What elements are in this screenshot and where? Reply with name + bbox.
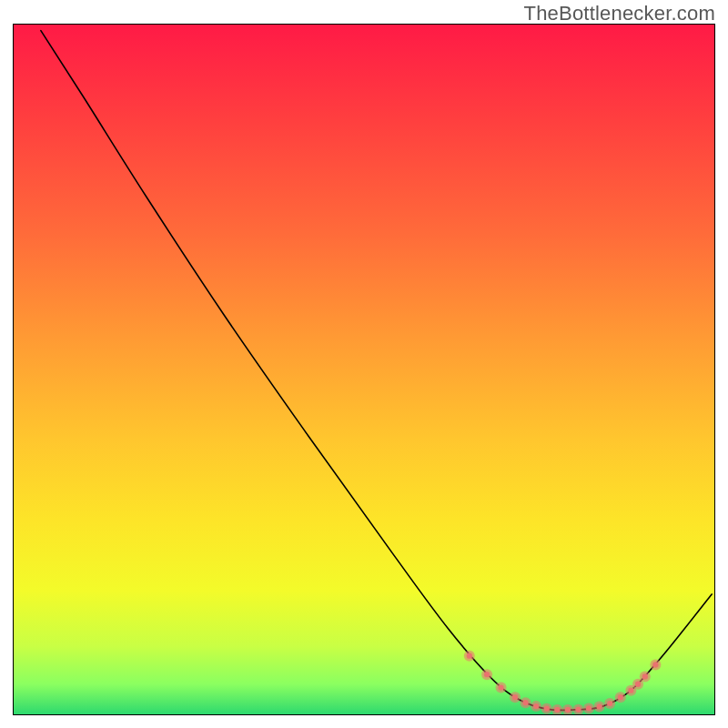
highlight-dot-core [512,694,518,700]
highlight-dot-core [642,673,648,679]
highlight-dot-core [586,705,592,711]
highlight-dot-core [618,694,623,700]
watermark-text: TheBottlenecker.com [524,2,715,25]
svg-rect-0 [13,24,715,715]
highlight-dot-core [607,701,612,706]
highlight-dot-core [554,707,560,713]
highlight-dot-core [522,700,528,705]
chart-container: TheBottlenecker.com [0,0,728,728]
highlight-dot-core [467,652,472,658]
highlight-dot-core [652,662,658,667]
bottleneck-chart [0,0,728,728]
highlight-dot-core [575,707,581,713]
highlight-dot-core [635,682,641,687]
highlight-dot-core [533,703,539,709]
highlight-dot-core [544,706,550,712]
highlight-dot-core [596,703,602,709]
highlight-dot-core [565,707,571,713]
highlight-dot-core [628,687,633,693]
highlight-dot-core [498,684,503,690]
highlight-dot-core [484,672,490,677]
